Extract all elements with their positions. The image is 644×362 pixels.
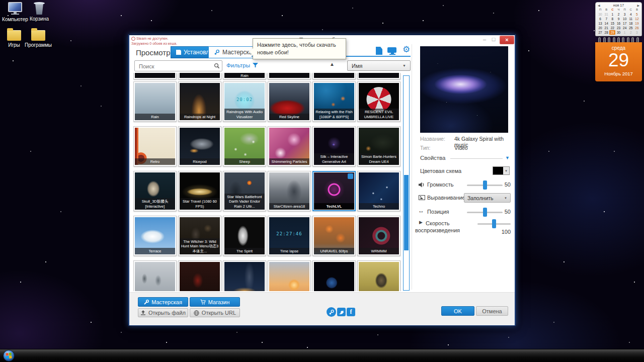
calendar-day[interactable]: 29 [609, 30, 615, 35]
calendar-day[interactable]: 31 [603, 12, 609, 17]
calendar-day[interactable]: 2 [628, 30, 634, 35]
calendar-day[interactable]: 12 [634, 17, 640, 21]
playback-speed-slider[interactable] [477, 223, 511, 225]
cancel-button[interactable]: Отмена [476, 306, 508, 316]
calendar-day[interactable]: 17 [622, 21, 628, 26]
maximize-button[interactable]: □ [490, 36, 498, 43]
wallpaper-tile[interactable]: ✳Silk – Interactive Generative Art [312, 126, 356, 166]
wallpaper-tile[interactable]: Star Travel (1080 60 FPS) [178, 171, 221, 211]
wallpaper-tile[interactable]: Skull_3D骷髅头 [Interactive] [133, 171, 177, 211]
steam-social-icon[interactable] [327, 307, 336, 317]
calendar-day[interactable]: 13 [597, 21, 603, 26]
calendar-day[interactable]: 4 [628, 12, 634, 17]
wallpaper-tile[interactable]: The Spirit [223, 216, 266, 256]
calendar-day[interactable]: 1 [609, 12, 615, 17]
wallpaper-tile[interactable]: RESIDENT EVIL UMBRELLA LIVE [357, 81, 400, 122]
calendar-day[interactable]: 3 [622, 12, 628, 17]
wallpaper-tile[interactable]: The Witcher 3: Wild Hunt Main Menu动态3本体主… [178, 216, 221, 256]
calendar-day[interactable]: 21 [603, 26, 609, 30]
wallpaper-tile[interactable] [178, 260, 221, 291]
calendar-day[interactable]: 23 [615, 26, 621, 30]
volume-slider-thumb[interactable] [483, 180, 487, 190]
wallpaper-tile[interactable] [178, 73, 221, 79]
wallpaper-tile[interactable] [268, 260, 311, 291]
wallpaper-tile[interactable] [357, 73, 400, 79]
position-slider-thumb[interactable] [483, 208, 487, 217]
calendar-day[interactable]: 24 [622, 26, 628, 30]
calendar-day[interactable]: 28 [603, 30, 609, 35]
playback-speed-slider-thumb[interactable] [492, 219, 496, 228]
wallpaper-tile[interactable]: Techno [357, 171, 400, 211]
filters-control[interactable]: Фильтры [226, 62, 258, 68]
calendar-day[interactable]: 7 [603, 17, 609, 21]
wallpaper-tile[interactable]: Red Skyline [268, 81, 311, 122]
desktop-icon-recycle-bin[interactable]: Корзина [25, 2, 53, 22]
calendar-day[interactable]: 27 [597, 30, 603, 35]
wallpaper-tile[interactable] [312, 260, 356, 291]
calendar-next-icon[interactable]: ▶ [637, 4, 639, 7]
calendar-day[interactable]: 2 [615, 12, 621, 17]
calendar-day[interactable]: 26 [634, 26, 640, 30]
wallpaper-tile[interactable]: StarCitizen-area18 [268, 171, 311, 211]
wallpaper-tile[interactable]: Simon Barte-Hunters Dream UE4 [357, 126, 400, 166]
wallpaper-tile[interactable]: WRMMM [357, 216, 400, 256]
gear-icon[interactable]: ⚙ [403, 45, 410, 54]
calendar-prev-icon[interactable]: ◀ [598, 4, 600, 7]
sort-ascending-button[interactable]: ▲ [327, 61, 338, 70]
wallpaper-tile[interactable]: Rain [223, 73, 266, 79]
wallpaper-tile[interactable] [357, 260, 400, 291]
wallpaper-tile[interactable] [312, 73, 356, 79]
calendar-day[interactable]: 11 [628, 17, 634, 21]
wallpaper-tile[interactable]: Sheep [223, 126, 266, 166]
sort-by-dropdown[interactable]: Имя ▼ [347, 60, 411, 71]
calendar-day[interactable]: 14 [603, 21, 609, 26]
twitter-icon[interactable] [337, 308, 346, 316]
search-input[interactable] [138, 62, 210, 71]
calendar-day[interactable]: 6 [597, 17, 603, 21]
wallpaper-tile[interactable] [223, 260, 266, 291]
calendar-day[interactable]: 1 [622, 30, 628, 35]
start-button[interactable] [3, 350, 15, 361]
calendar-day[interactable]: 25 [628, 26, 634, 30]
open-file-button[interactable]: Открыть файл [138, 308, 188, 317]
calendar-day[interactable]: 15 [609, 21, 615, 26]
calendar-day[interactable]: 22 [609, 26, 615, 30]
scrollbar-thumb[interactable] [404, 175, 409, 250]
calendar-day[interactable]: 5 [634, 12, 640, 17]
store-button[interactable]: Магазин [190, 297, 240, 307]
facebook-icon[interactable]: f [347, 308, 355, 316]
color-scheme-dropdown[interactable]: ▼ [493, 166, 510, 175]
close-button[interactable]: × [500, 36, 514, 44]
desktop-icon-programs[interactable]: Программы [24, 28, 52, 48]
wallpaper-tile[interactable]: Rain [133, 81, 177, 122]
calendar-day[interactable]: 19 [634, 21, 640, 26]
wallpaper-tile[interactable]: UNRAVEL 60fps [312, 216, 356, 256]
wallpaper-tile[interactable]: 22:27:46Time lapse [268, 216, 311, 256]
wallpaper-tile[interactable]: Relaxing with the Fish [1080P & 60FPS] [312, 81, 356, 122]
wallpaper-tile[interactable] [133, 260, 177, 291]
display-icon[interactable] [387, 47, 397, 55]
calendar-day[interactable]: 8 [609, 17, 615, 21]
calendar-day[interactable]: 16 [615, 21, 621, 26]
calendar-day[interactable]: 18 [628, 21, 634, 26]
calendar-day[interactable]: 10 [622, 17, 628, 21]
wallpaper-tile[interactable]: Ricepod [178, 126, 221, 166]
calendar-day[interactable]: 30 [597, 12, 603, 17]
wallpaper-tile[interactable] [133, 73, 177, 79]
calendar-day[interactable]: 20 [597, 26, 603, 30]
minimize-button[interactable]: – [480, 36, 489, 43]
wallpaper-tile[interactable]: Raindrops at Night [178, 81, 221, 122]
calendar-day[interactable]: 3 [634, 30, 640, 35]
ok-button[interactable]: OK [441, 306, 474, 316]
calendar-day[interactable]: 9 [615, 17, 621, 21]
search-icon[interactable] [214, 63, 220, 69]
calendar-day[interactable]: 30 [615, 30, 621, 35]
wallpaper-tile[interactable]: Retro [133, 126, 177, 166]
wallpaper-tile[interactable]: Shimmering Particles [268, 126, 311, 166]
alignment-dropdown[interactable]: Заполнить ▼ [464, 193, 511, 203]
grid-scrollbar[interactable] [403, 75, 410, 291]
wallpaper-tile[interactable]: 20:02Raindrops With Audio Vizualizer [223, 81, 266, 122]
file-icon[interactable] [376, 47, 382, 55]
wallpaper-tile[interactable]: TechLVL [312, 171, 356, 211]
properties-collapse-icon[interactable]: ▼ [505, 155, 510, 160]
